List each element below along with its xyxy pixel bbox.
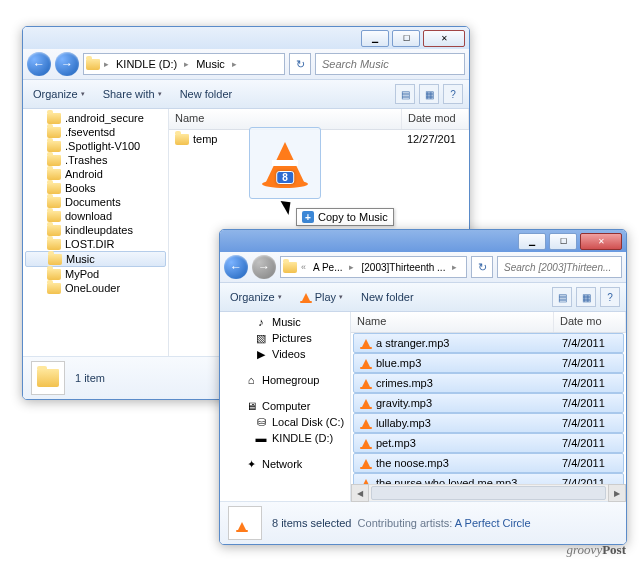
new-folder-button[interactable]: New folder [176,86,237,102]
tree-item[interactable]: MyPod [23,267,168,281]
refresh-button[interactable]: ↻ [471,256,493,278]
file-row[interactable]: crimes.mp37/4/2011 [353,373,624,393]
details-thumb [31,361,65,395]
tree-item[interactable]: .fseventsd [23,125,168,139]
file-row[interactable]: lullaby.mp37/4/2011 [353,413,624,433]
vlc-cone-icon [360,377,372,389]
breadcrumb[interactable]: KINDLE (D:) [113,58,180,70]
organize-button[interactable]: Organize▾ [226,289,286,305]
file-row[interactable]: the nurse who loved me.mp37/4/2011 [353,473,624,484]
file-row[interactable]: gravity.mp37/4/2011 [353,393,624,413]
close-button[interactable]: ✕ [423,30,465,47]
vlc-cone-icon [360,457,372,469]
file-name: pet.mp3 [376,437,416,449]
file-row[interactable]: pet.mp37/4/2011 [353,433,624,453]
tree-item[interactable]: Music [25,251,166,267]
file-date: 7/4/2011 [556,417,611,429]
explorer-window-album[interactable]: ▁ ☐ ✕ ← → « A Pe... ▸ [2003]Thirteenth .… [219,229,627,545]
preview-pane-button[interactable]: ▦ [419,84,439,104]
back-button[interactable]: ← [27,52,51,76]
address-bar[interactable]: « A Pe... ▸ [2003]Thirteenth ... ▸ [280,256,467,278]
minimize-button[interactable]: ▁ [361,30,389,47]
sidebar-library-music[interactable]: ♪Music [220,314,350,330]
titlebar[interactable]: ▁ ☐ ✕ [220,230,626,252]
tree-item-label: OneLouder [65,282,120,294]
tree-item-label: .fseventsd [65,126,115,138]
organize-button[interactable]: Organize▾ [29,86,89,102]
sidebar-computer[interactable]: 🖥Computer [220,398,350,414]
folder-icon [47,113,61,124]
help-button[interactable]: ? [600,287,620,307]
selection-count: 8 items selected [272,517,351,529]
tree-item[interactable]: LOST.DIR [23,237,168,251]
sidebar-drive-c[interactable]: ⛁Local Disk (C:) [220,414,350,430]
col-name[interactable]: Name [351,312,554,332]
scroll-thumb[interactable] [371,486,606,500]
search-input[interactable] [320,57,460,71]
copy-tooltip: + Copy to Music [296,208,394,226]
back-button[interactable]: ← [224,255,248,279]
command-bar: Organize▾ Play▾ New folder ▤ ▦ ? [220,283,626,312]
col-name[interactable]: Name [169,109,402,129]
play-button[interactable]: Play▾ [296,289,347,305]
usb-drive-icon: ▬ [254,431,268,445]
tree-item[interactable]: kindleupdates [23,223,168,237]
help-button[interactable]: ? [443,84,463,104]
address-bar[interactable]: ▸ KINDLE (D:) ▸ Music ▸ [83,53,285,75]
tree-item[interactable]: Documents [23,195,168,209]
maximize-button[interactable]: ☐ [549,233,577,250]
tree-item[interactable]: Books [23,181,168,195]
file-row[interactable]: temp12/27/201 [169,130,469,148]
navigation-tree[interactable]: .android_secure.fseventsd.Spotlight-V100… [23,109,169,356]
tree-item[interactable]: Android [23,167,168,181]
search-box[interactable] [497,256,622,278]
sidebar-library-videos[interactable]: ▶Videos [220,346,350,362]
sidebar-library-pictures[interactable]: ▧Pictures [220,330,350,346]
titlebar[interactable]: ▁ ☐ ✕ [23,27,469,49]
tree-item[interactable]: .Trashes [23,153,168,167]
homegroup-icon: ⌂ [244,373,258,387]
file-row[interactable]: the noose.mp37/4/2011 [353,453,624,473]
tree-item[interactable]: download [23,209,168,223]
search-input[interactable] [502,261,617,274]
sidebar-network[interactable]: ✦Network [220,456,350,472]
scroll-left-button[interactable]: ◀ [351,484,369,502]
tree-item[interactable]: OneLouder [23,281,168,295]
breadcrumb[interactable]: A Pe... [310,262,345,273]
col-date[interactable]: Date mo [554,312,626,332]
scroll-right-button[interactable]: ▶ [608,484,626,502]
column-header[interactable]: Name Date mo [351,312,626,333]
close-button[interactable]: ✕ [580,233,622,250]
forward-button[interactable]: → [55,52,79,76]
plus-icon: + [302,211,314,223]
search-box[interactable] [315,53,465,75]
column-header[interactable]: Name Date mod [169,109,469,130]
maximize-button[interactable]: ☐ [392,30,420,47]
chevron-right-icon: ▸ [347,262,356,272]
new-folder-button[interactable]: New folder [357,289,418,305]
navigation-tree[interactable]: ♪Music ▧Pictures ▶Videos ⌂Homegroup 🖥Com… [220,312,351,501]
sidebar-homegroup[interactable]: ⌂Homegroup [220,372,350,388]
watermark: groovyPost [567,542,626,558]
col-date[interactable]: Date mod [402,109,469,129]
view-button[interactable]: ▤ [552,287,572,307]
preview-pane-button[interactable]: ▦ [576,287,596,307]
horizontal-scrollbar[interactable]: ◀ ▶ [351,484,626,501]
refresh-button[interactable]: ↻ [289,53,311,75]
sidebar-drive-kindle[interactable]: ▬KINDLE (D:) [220,430,350,446]
tree-item-label: Android [65,168,103,180]
file-date: 7/4/2011 [556,357,611,369]
view-button[interactable]: ▤ [395,84,415,104]
forward-button[interactable]: → [252,255,276,279]
file-row[interactable]: blue.mp37/4/2011 [353,353,624,373]
tree-item[interactable]: .android_secure [23,111,168,125]
file-row[interactable]: a stranger.mp37/4/2011 [353,333,624,353]
share-with-button[interactable]: Share with▾ [99,86,166,102]
minimize-button[interactable]: ▁ [518,233,546,250]
breadcrumb[interactable]: [2003]Thirteenth ... [358,262,448,273]
folder-icon [47,169,61,180]
chevron-right-icon: ▸ [450,262,459,272]
breadcrumb[interactable]: Music [193,58,228,70]
file-list[interactable]: a stranger.mp37/4/2011blue.mp37/4/2011cr… [351,333,626,484]
tree-item[interactable]: .Spotlight-V100 [23,139,168,153]
